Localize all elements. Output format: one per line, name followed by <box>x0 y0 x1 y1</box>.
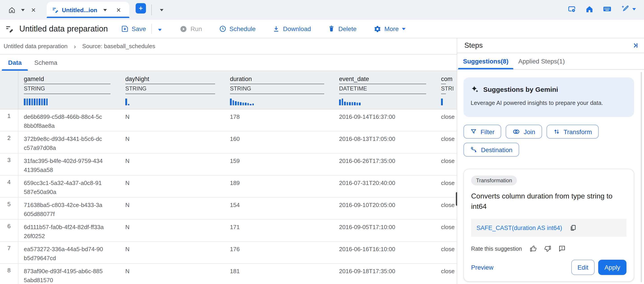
cell-gameId[interactable]: 71638ba5-c803-42ce-b433-3a605d88077f <box>18 198 121 219</box>
suggestion-code[interactable]: SAFE_CAST(duration AS int64) <box>476 224 562 231</box>
cell-event_date[interactable]: 2016-09-14T16:37:00 <box>335 109 437 131</box>
cell-dayNight[interactable]: N <box>121 242 226 263</box>
column-header-event-date[interactable]: event_date DATETIME <box>335 71 437 109</box>
cell-dayNight[interactable]: N <box>121 198 226 219</box>
column-histogram[interactable] <box>339 98 426 105</box>
tab-list-caret-icon[interactable] <box>160 9 163 11</box>
cell-event_date[interactable]: 2016-07-31T20:40:00 <box>335 176 437 197</box>
column-name[interactable]: duration <box>230 76 324 84</box>
keyboard-icon[interactable] <box>603 5 612 14</box>
cell-duration[interactable]: 176 <box>226 242 335 263</box>
cell-gameId[interactable]: 31fac395-b4fe-402d-9759-43441395aa58 <box>18 154 121 175</box>
cell-com[interactable]: close <box>437 109 457 131</box>
cell-duration[interactable]: 171 <box>226 220 335 241</box>
column-name[interactable]: gameId <box>24 76 110 84</box>
cell-com[interactable]: close <box>437 242 457 263</box>
edit-button[interactable]: Edit <box>571 260 594 275</box>
cell-event_date[interactable]: 2016-08-13T17:05:00 <box>335 131 437 153</box>
cell-gameId[interactable]: ea573272-336a-44a5-bd74-90b5d79647cd <box>18 242 121 263</box>
cell-dayNight[interactable]: N <box>121 176 226 197</box>
tab-schema[interactable]: Schema <box>28 54 64 71</box>
device-session-icon[interactable] <box>568 5 576 13</box>
column-histogram[interactable] <box>125 98 215 105</box>
more-button[interactable]: More <box>370 22 409 35</box>
column-histogram[interactable] <box>230 98 324 105</box>
copy-icon[interactable] <box>569 224 576 231</box>
column-histogram[interactable] <box>441 98 446 105</box>
home-tab-close-icon[interactable]: ✕ <box>30 6 37 14</box>
destination-button[interactable]: Destination <box>464 143 519 157</box>
column-histogram[interactable] <box>24 98 110 105</box>
tab-applied-steps[interactable]: Applied Steps(1) <box>513 53 570 69</box>
home-tab-caret-icon[interactable] <box>21 9 25 11</box>
home-tab-icon[interactable] <box>8 6 16 14</box>
cell-gameId[interactable]: de6b6899-c5d8-466b-88c4-5c8bb0f8ae8a <box>18 109 121 131</box>
tab-suggestions[interactable]: Suggestions(8) <box>458 53 513 69</box>
cell-duration[interactable]: 159 <box>226 154 335 175</box>
column-name[interactable]: com <box>441 76 446 84</box>
cell-event_date[interactable]: 2016-09-18T17:35:00 <box>335 264 437 284</box>
delete-button[interactable]: Delete <box>324 23 360 35</box>
cell-duration[interactable]: 189 <box>226 176 335 197</box>
cell-event_date[interactable]: 2016-09-10T20:05:00 <box>335 198 437 219</box>
column-name[interactable]: dayNight <box>125 76 215 84</box>
cell-com[interactable]: close <box>437 131 457 153</box>
histogram-bar <box>41 99 43 105</box>
column-header-com[interactable]: com STRI <box>437 71 457 109</box>
cell-event_date[interactable]: 2016-06-26T17:35:00 <box>335 154 437 175</box>
cell-gameId[interactable]: 659cc3c1-5a32-4a37-a0c8-91587e50a90a <box>18 176 121 197</box>
cell-gameId[interactable]: 6d111b57-fa0b-4f24-82df-ff33a26f0252 <box>18 220 121 241</box>
apply-button[interactable]: Apply <box>598 260 626 275</box>
tab-data[interactable]: Data <box>2 54 28 71</box>
histogram-bar <box>342 99 343 105</box>
thumb-up-icon[interactable] <box>530 245 537 252</box>
toolbar: Untitled data preparation Save Run <box>0 20 644 38</box>
thumb-down-icon[interactable] <box>544 245 552 252</box>
breadcrumb-root[interactable]: Untitled data preparation <box>4 43 68 50</box>
run-button[interactable]: Run <box>176 22 206 35</box>
histogram-bar <box>245 103 246 105</box>
tab-untitled-data-preparation[interactable]: Untitled...ion ✕ <box>47 2 129 18</box>
cell-event_date[interactable]: 2016-06-16T16:10:00 <box>335 242 437 263</box>
preview-link[interactable]: Preview <box>471 264 494 271</box>
cell-duration[interactable]: 178 <box>226 109 335 131</box>
join-button[interactable]: Join <box>506 125 542 139</box>
column-header-daynight[interactable]: dayNight STRING <box>121 71 226 109</box>
cell-gameId[interactable]: 873af90e-d93f-4195-ab6c-8855abd81570 <box>18 264 121 284</box>
feedback-icon[interactable] <box>558 245 566 252</box>
cell-dayNight[interactable]: N <box>121 109 226 131</box>
schedule-button[interactable]: Schedule <box>216 23 259 35</box>
cell-duration[interactable]: 154 <box>226 198 335 219</box>
save-options-caret-icon[interactable] <box>154 22 166 36</box>
column-name[interactable]: event_date <box>339 76 426 84</box>
magic-pen-icon[interactable] <box>621 5 636 14</box>
save-button[interactable]: Save <box>118 23 150 35</box>
cell-dayNight[interactable]: N <box>121 264 226 284</box>
histogram-bar <box>242 103 244 105</box>
cell-event_date[interactable]: 2016-09-05T17:10:00 <box>335 220 437 241</box>
filter-button[interactable]: Filter <box>464 125 501 139</box>
new-tab-button[interactable] <box>136 3 146 14</box>
cell-duration[interactable]: 181 <box>226 264 335 284</box>
cell-com[interactable]: close <box>437 176 457 197</box>
play-icon <box>180 25 187 33</box>
cell-dayNight[interactable]: N <box>121 154 226 175</box>
cell-com[interactable]: close <box>437 198 457 219</box>
cell-gameId[interactable]: 372b9e8c-d93d-4341-b5c6-dcc57a97d08a <box>18 131 121 153</box>
cell-com[interactable]: close <box>437 220 457 241</box>
cell-com[interactable]: close <box>437 154 457 175</box>
column-header-gameid[interactable]: gameId STRING <box>18 71 121 109</box>
home-icon[interactable] <box>585 5 594 13</box>
column-header-duration[interactable]: duration STRING <box>226 71 335 109</box>
cell-duration[interactable]: 160 <box>226 131 335 153</box>
breadcrumb-source[interactable]: Source: baseball_schedules <box>82 43 155 50</box>
collapse-panel-icon[interactable] <box>632 41 640 50</box>
cell-dayNight[interactable]: N <box>121 220 226 241</box>
panel-scrollbar-track[interactable] <box>641 72 642 282</box>
cell-dayNight[interactable]: N <box>121 131 226 153</box>
transform-button[interactable]: Transform <box>546 125 599 139</box>
download-button[interactable]: Download <box>269 23 314 35</box>
tab-caret-icon[interactable] <box>103 9 107 11</box>
tab-close-icon[interactable]: ✕ <box>115 6 122 14</box>
cell-com[interactable]: close <box>437 264 457 284</box>
